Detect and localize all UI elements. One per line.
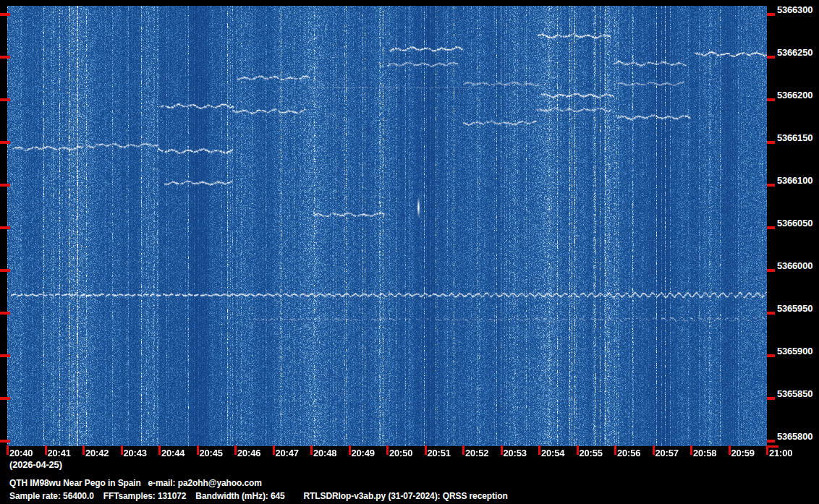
time-label: 20:41 — [48, 448, 71, 458]
freq-label: 5366100 — [777, 176, 812, 185]
freq-tick-right — [767, 269, 775, 272]
time-label: 20:56 — [617, 448, 640, 458]
freq-label: 5366150 — [777, 133, 812, 142]
time-tick — [577, 445, 579, 455]
time-label: 20:45 — [200, 448, 223, 458]
time-label: 20:44 — [161, 448, 184, 458]
freq-tick-right — [767, 354, 775, 357]
freq-label: 5366200 — [777, 90, 812, 100]
freq-tick-left — [0, 13, 10, 16]
qrss-waterfall-canvas — [7, 6, 767, 446]
freq-tick-left — [0, 184, 10, 187]
footer-settings-line: Sample rate: 56400.0 FFTsamples: 131072 … — [9, 492, 508, 500]
time-tick — [653, 445, 655, 455]
freq-tick-right — [767, 226, 775, 229]
time-tick — [462, 445, 464, 455]
freq-tick-left — [0, 354, 10, 357]
time-tick — [501, 445, 503, 455]
time-tick — [425, 445, 427, 455]
time-tick — [386, 445, 389, 455]
time-label: 20:50 — [389, 448, 412, 458]
freq-label: 5365900 — [777, 346, 812, 356]
freq-tick-right — [767, 56, 775, 59]
freq-tick-right — [767, 440, 775, 443]
time-label: 20:57 — [655, 448, 679, 458]
freq-tick-left — [0, 312, 10, 315]
freq-label: 5365850 — [777, 389, 812, 398]
time-tick — [7, 445, 9, 455]
time-tick — [273, 445, 275, 455]
freq-label: 5366050 — [777, 218, 812, 228]
freq-tick-right — [767, 312, 775, 315]
time-tick — [538, 445, 540, 455]
time-tick — [310, 445, 313, 455]
freq-label: 5365800 — [777, 432, 812, 441]
time-tick — [121, 445, 123, 455]
freq-tick-right — [767, 98, 775, 101]
footer-qth-line: QTH IM98wu Near Pego in Spain e-mail: pa… — [9, 479, 262, 487]
date-label: (2026-04-25) — [9, 460, 62, 469]
time-label: 20:55 — [580, 448, 603, 458]
time-tick — [45, 445, 47, 455]
time-tick — [158, 445, 161, 455]
freq-label: 5366000 — [777, 261, 812, 270]
time-tick — [614, 445, 616, 455]
freq-tick-left — [0, 141, 10, 144]
time-label: 20:42 — [85, 448, 109, 458]
time-label: 20:40 — [9, 448, 33, 458]
time-label: 20:49 — [352, 448, 375, 458]
freq-label: 5366300 — [777, 5, 812, 14]
freq-tick-right — [767, 141, 775, 144]
freq-tick-right — [767, 397, 775, 400]
time-tick — [690, 445, 692, 455]
time-label: 20:48 — [313, 448, 336, 458]
time-label: 20:58 — [693, 448, 716, 458]
time-label: 20:46 — [237, 448, 260, 458]
time-label: 20:52 — [465, 448, 488, 458]
freq-tick-left — [0, 397, 10, 400]
freq-label: 5365950 — [777, 304, 812, 313]
freq-tick-left — [0, 98, 10, 101]
time-label: 20:43 — [124, 448, 147, 458]
freq-tick-left — [0, 226, 10, 229]
freq-label: 5366250 — [777, 48, 812, 57]
qrss-app-window: 5366300536625053662005366150536610053660… — [0, 0, 819, 504]
time-tick — [82, 445, 85, 455]
time-label: 20:53 — [504, 448, 527, 458]
time-label: 20:54 — [541, 448, 564, 458]
freq-tick-left — [0, 269, 10, 272]
freq-tick-right — [767, 184, 775, 187]
freq-tick-left — [0, 440, 10, 443]
time-label: 20:47 — [276, 448, 299, 458]
corner-bracket — [767, 445, 778, 448]
time-label: 20:51 — [428, 448, 451, 458]
time-tick — [234, 445, 237, 455]
time-tick — [197, 445, 199, 455]
freq-tick-right — [767, 13, 775, 16]
time-tick — [349, 445, 351, 455]
time-tick — [729, 445, 731, 455]
freq-tick-left — [0, 56, 10, 59]
time-label: 20:59 — [731, 448, 755, 458]
time-label: 21:00 — [769, 448, 792, 458]
